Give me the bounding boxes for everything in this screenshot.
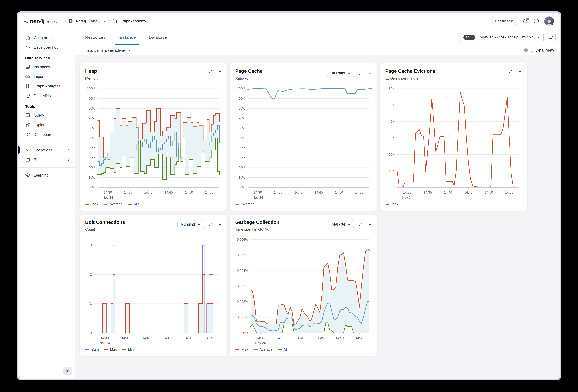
- y-axis-label: 0.001%: [237, 315, 248, 319]
- pulse-icon: [25, 147, 30, 152]
- expand-icon[interactable]: [508, 69, 513, 74]
- legend-color-chip: [103, 203, 107, 205]
- expand-icon[interactable]: [208, 69, 213, 74]
- tab-database[interactable]: Database: [147, 29, 169, 45]
- feedback-button[interactable]: Feedback: [491, 17, 517, 25]
- expand-icon[interactable]: [208, 222, 213, 227]
- x-axis-label: 14:30: [256, 336, 265, 340]
- chart-page-cache[interactable]: 0%10%20%30%40%50%60%70%80%90%100%14:30No…: [235, 80, 372, 201]
- top-bar: neo4j aura / Neo4j VDC / GraphAcademy: [18, 13, 560, 29]
- chart-heap[interactable]: 0%10%20%30%40%50%60%70%80%90%100%14:30No…: [85, 80, 222, 201]
- legend-item-average[interactable]: Average: [253, 347, 273, 351]
- sidebar-item-label: Explore: [34, 123, 71, 127]
- more-options-icon[interactable]: [217, 69, 222, 74]
- legend-item-min[interactable]: Min: [128, 202, 140, 206]
- sidebar-item-instances[interactable]: Instances: [18, 62, 75, 72]
- chart-title: Page Cache: [235, 68, 263, 74]
- detail-view-toggle[interactable]: [523, 48, 533, 53]
- x-axis-label: 14:55: [505, 191, 513, 194]
- sidebar-item-dashboards[interactable]: Dashboards: [18, 130, 75, 139]
- legend-color-chip: [235, 349, 240, 350]
- x-axis-label: 14:35: [424, 191, 432, 194]
- notification-dot: [527, 18, 529, 20]
- legend-item-average[interactable]: Average: [103, 202, 123, 206]
- x-axis-label: 14:30: [254, 191, 262, 194]
- instance-selector-label: Instance: Graphacademy: [85, 48, 126, 52]
- sidebar-item-label: Instances: [34, 65, 71, 69]
- y-axis-label: 80%: [89, 106, 95, 110]
- product-name: aura: [47, 19, 60, 24]
- sidebar-item-import[interactable]: Import: [18, 72, 75, 81]
- time-range-select[interactable]: 30m Today 14:27:24 - Today 14:57:24: [460, 32, 544, 42]
- legend-item-max[interactable]: Max: [235, 347, 248, 351]
- chart-title: Garbage Collection: [235, 220, 279, 225]
- legend-color-chip: [235, 203, 240, 205]
- y-axis-label: 90%: [239, 97, 245, 100]
- help-button[interactable]: [533, 18, 539, 24]
- expand-icon[interactable]: [358, 222, 363, 227]
- notifications-button[interactable]: [522, 18, 528, 24]
- metric-dropdown[interactable]: Total (%): [327, 220, 354, 228]
- sidebar-item-label: Dashboards: [34, 132, 71, 137]
- legend-item-max[interactable]: Max: [85, 202, 98, 206]
- legend-item-min[interactable]: Min: [122, 347, 134, 351]
- sidebar-item-data-apis[interactable]: Data APIs: [18, 91, 75, 100]
- y-axis-label: 0: [393, 186, 395, 189]
- pin-icon: [65, 369, 70, 373]
- more-options-icon[interactable]: [517, 69, 522, 74]
- more-options-icon[interactable]: [367, 71, 372, 76]
- tabs-bar: Resources Instance Database 30m Today 14…: [75, 29, 560, 45]
- legend-label: Max: [92, 202, 98, 206]
- x-axis-label: 14:40: [294, 191, 303, 194]
- breadcrumb-org[interactable]: Neo4j: [76, 19, 86, 23]
- breadcrumb-project[interactable]: GraphAcademy: [120, 19, 146, 23]
- sidebar-section-tools: Tools: [18, 100, 75, 110]
- sidebar-item-graph-analytics[interactable]: Graph Analytics: [18, 81, 75, 91]
- y-axis-label: 100%: [237, 87, 245, 91]
- help-icon: [533, 18, 539, 24]
- chart-garbage-collection[interactable]: 0%0.001%0.002%0.003%0.004%0.005%0.006%14…: [235, 232, 372, 346]
- legend-label: Min: [284, 347, 289, 351]
- code-icon: [25, 45, 30, 50]
- refresh-button[interactable]: [546, 32, 556, 42]
- sidebar-item-operations[interactable]: Operations: [18, 145, 75, 155]
- sidebar-item-developer-hub[interactable]: Developer hub: [18, 43, 75, 52]
- more-options-icon[interactable]: [217, 222, 222, 227]
- instance-selector[interactable]: Instance: Graphacademy: [85, 48, 131, 52]
- x-axis-sublabel: Nov 24: [253, 196, 263, 199]
- toggle-knob: [524, 48, 528, 52]
- chart-title: Heap: [85, 68, 98, 74]
- legend-item-min[interactable]: Min: [278, 347, 289, 351]
- user-avatar[interactable]: [544, 16, 554, 26]
- sidebar-item-query[interactable]: Query: [18, 110, 75, 120]
- x-axis-sublabel: Nov 24: [402, 196, 413, 199]
- neo4j-aura-logo[interactable]: neo4j aura: [24, 18, 60, 25]
- sidebar-item-learning[interactable]: Learning: [18, 170, 75, 180]
- metric-dropdown[interactable]: Hit Ratio: [327, 69, 354, 77]
- sidebar-item-explore[interactable]: Explore: [18, 120, 75, 130]
- database-icon: [25, 64, 30, 69]
- chart-bolt-connections[interactable]: 012314:30Nov 2414:3514:4014:4514:5014:55: [85, 232, 222, 346]
- more-options-icon[interactable]: [367, 222, 372, 227]
- x-axis-label: 14:50: [184, 336, 192, 340]
- sidebar-item-project[interactable]: Project: [18, 155, 75, 164]
- metric-dropdown[interactable]: Running: [177, 220, 204, 228]
- y-axis-label: 100%: [87, 87, 95, 91]
- brand-name: neo4j: [30, 18, 45, 25]
- legend-item-max[interactable]: Max: [385, 202, 398, 206]
- legend-item-max[interactable]: Max: [104, 347, 117, 351]
- chart-subtitle: Count: [85, 227, 125, 232]
- legend-label: Max: [241, 347, 248, 351]
- tab-instance[interactable]: Instance: [117, 29, 138, 45]
- legend-item-average[interactable]: Average: [235, 202, 255, 206]
- expand-icon[interactable]: [358, 71, 363, 76]
- pin-sidebar-button[interactable]: [63, 367, 72, 375]
- sidebar-item-label: Import: [34, 74, 71, 79]
- active-indicator: [18, 146, 20, 154]
- legend-item-sum[interactable]: Sum: [85, 347, 99, 351]
- legend-color-chip: [85, 203, 90, 205]
- chart-page-cache-evictions[interactable]: 010K20K30K40K50K60K14:30Nov 2414:3514:40…: [385, 80, 522, 201]
- tab-resources[interactable]: Resources: [84, 29, 107, 45]
- org-chevron-down-icon[interactable]: [103, 19, 106, 23]
- sidebar-item-get-started[interactable]: Get started: [18, 33, 75, 43]
